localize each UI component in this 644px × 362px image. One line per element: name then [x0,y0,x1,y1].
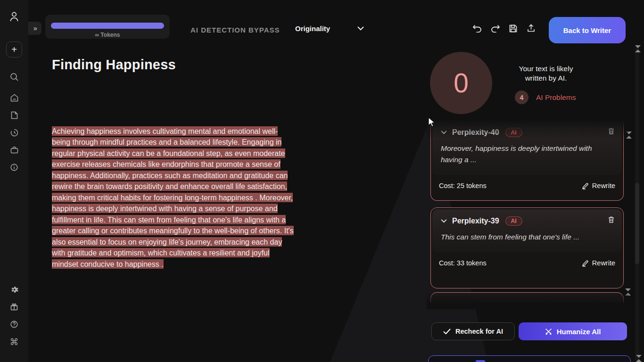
trash-icon[interactable] [608,216,615,225]
document-title[interactable]: Finding Happiness [52,57,176,73]
expand-panel-button[interactable]: » [28,22,41,35]
rewrite-button[interactable]: Rewrite [582,182,615,189]
ai-score-circle: 0 [430,52,492,114]
page-title: AI DETECTION BYPASS [190,26,280,34]
scrollbar-track [635,45,639,362]
mode-selected-label: Originality [295,25,330,33]
ai-badge: AI [505,128,522,137]
resize-handle-icon [626,132,632,139]
problem-card-header[interactable]: Perplexity-39 AI [432,209,622,229]
recheck-for-ai-button[interactable]: Recheck for AI [431,322,515,340]
home-icon[interactable] [0,89,28,106]
app-window: + [0,0,644,362]
problem-card-header[interactable]: Perplexity-40 AI [432,121,622,140]
redo-icon[interactable] [489,23,501,34]
export-icon[interactable] [525,23,537,34]
ai-problems-label: AI Problems [536,93,576,102]
ai-score-value: 0 [454,67,469,99]
ai-verdict-line1: Your text is likely [499,64,593,74]
problem-card-body: Perplexity-40 AI Moreover, happiness is … [432,121,622,175]
back-to-writer-button[interactable]: Back to Writer [549,17,626,43]
problem-card-partial [430,292,624,303]
mode-selector[interactable]: Originality [295,25,364,33]
add-icon[interactable]: + [6,41,22,58]
help-icon[interactable] [0,316,28,333]
chevron-down-icon [441,219,447,223]
problem-cost: Cost: 33 tokens [439,259,487,267]
gift-icon[interactable] [0,298,28,315]
banner-chip [476,360,485,362]
tokens-widget: ∞ Tokens [45,15,170,39]
problem-card-footer: Cost: 33 tokens Rewrite [431,254,623,272]
ai-highlighted-text: Achieving happiness involves cultivating… [52,126,294,269]
chevron-down-icon [357,26,364,31]
tokens-label: ∞ Tokens [45,32,170,38]
ai-problems[interactable]: 4 AI Problems [515,90,576,104]
problem-cost: Cost: 25 tokens [439,182,487,189]
trash-icon[interactable] [608,127,615,137]
toolbar-icons [471,23,537,34]
check-icon [443,329,451,335]
problem-card-name: Perplexity-39 [452,217,499,225]
pencil-icon [582,260,589,267]
resize-handle-icon [625,288,631,296]
chevron-down-icon [441,131,447,134]
pencil-icon [582,182,589,189]
history-icon[interactable] [0,124,28,141]
user-icon[interactable] [0,8,28,25]
command-icon[interactable]: ⌘ [0,333,28,350]
settings-icon[interactable] [0,281,28,298]
problem-card-name: Perplexity-40 [452,128,499,137]
problem-quote: This can stem from feeling that one's li… [432,229,622,252]
sidebar: + [0,0,28,362]
save-icon[interactable] [507,23,519,34]
problem-card-footer: Cost: 25 tokens Rewrite [431,176,623,195]
ai-problems-count-badge: 4 [515,90,528,104]
problem-card: Perplexity-39 AI This can stem from feel… [430,207,624,288]
rewrite-button[interactable]: Rewrite [582,259,615,267]
undo-icon[interactable] [471,23,483,34]
ai-verdict: Your text is likely written by AI. [499,64,593,83]
tokens-progress-bar [51,23,164,29]
bottom-banner-partial[interactable] [428,355,631,362]
scrollbar-thumb[interactable] [635,183,639,264]
resize-handle-icon [636,355,642,362]
problem-quote: Moreover, happiness is deeply intertwine… [432,140,622,175]
document-icon[interactable] [0,107,28,123]
humanize-all-button[interactable]: Humanize All [519,322,627,340]
info-icon[interactable] [0,159,28,176]
swords-icon [545,328,552,335]
search-icon[interactable] [0,68,28,85]
problem-card-body: Perplexity-39 AI This can stem from feel… [432,209,622,252]
resize-handle-icon [635,45,641,52]
briefcase-icon[interactable] [0,141,28,158]
problem-card: Perplexity-40 AI Moreover, happiness is … [430,119,624,201]
document-text[interactable]: Achieving happiness involves cultivating… [52,125,295,270]
ai-verdict-line2: written by AI. [499,74,593,83]
ai-badge: AI [505,216,522,226]
